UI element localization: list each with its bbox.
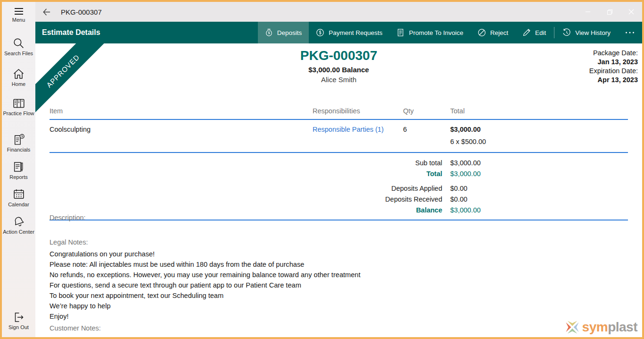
- action-label: Edit: [535, 29, 546, 36]
- page-title: Estimate Details: [35, 22, 100, 43]
- pencil-icon: [522, 28, 531, 37]
- sidebar-item-label: Menu: [2, 17, 35, 23]
- package-date-value: Jan 13, 2023: [589, 58, 638, 67]
- sidebar-item-label: Search Files: [2, 51, 35, 57]
- sidebar-item-label: Sign Out: [2, 324, 35, 331]
- symplast-mark-icon: [564, 319, 580, 335]
- table-header: Item Responsibilities Qty Total: [50, 107, 628, 120]
- action-label: Promote To Invoice: [409, 29, 463, 36]
- totals-underline: [50, 220, 628, 220]
- deposits-button[interactable]: Deposits: [258, 22, 309, 43]
- item-total: $3,000.00: [450, 126, 628, 133]
- sidebar-item-calendar[interactable]: Calendar: [2, 188, 35, 208]
- symplast-wordmark: symplast: [582, 320, 637, 335]
- more-options-button[interactable]: [618, 22, 642, 43]
- close-icon: [628, 9, 634, 15]
- balance-value: $3,000.00: [450, 206, 481, 215]
- item-name: Coolsculpting: [50, 126, 313, 133]
- sidebar-item-label: Calendar: [2, 202, 35, 208]
- deposits-received-value: $0.00: [450, 195, 467, 204]
- sidebar-item-search-files[interactable]: Search Files: [2, 37, 35, 57]
- responsible-parties-link[interactable]: Responsible Parties (1): [313, 126, 384, 133]
- sidebar-item-financials[interactable]: Financials: [2, 133, 35, 153]
- report-pen-icon: [12, 161, 25, 173]
- window-title: PKG-000307: [61, 8, 102, 16]
- description-label: Description:: [50, 214, 86, 221]
- reject-button[interactable]: Reject: [471, 22, 515, 43]
- sidebar-item-home[interactable]: Home: [2, 68, 35, 87]
- subtotal-label: Sub total: [50, 159, 442, 168]
- subtotal-value: $3,000.00: [450, 159, 481, 168]
- sign-out-icon: [12, 311, 25, 323]
- promote-to-invoice-button[interactable]: Promote To Invoice: [389, 22, 470, 43]
- legal-line: Please note: All injectables must be use…: [50, 259, 361, 270]
- financial-document-icon: [12, 133, 25, 146]
- expiration-date-value: Apr 13, 2023: [589, 76, 638, 85]
- window-controls: [577, 2, 642, 22]
- item-qty: 6: [403, 126, 450, 133]
- col-total: Total: [450, 107, 628, 115]
- legal-line: No refunds, no exceptions. However, you …: [50, 270, 361, 280]
- totals-section: Sub total $3,000.00 Total $3,000.00 Depo…: [50, 153, 628, 220]
- minimize-button[interactable]: [577, 2, 599, 22]
- sidebar-item-label: Home: [2, 81, 35, 87]
- history-clock-icon: [562, 28, 571, 37]
- money-bag-icon: [265, 28, 273, 37]
- invoice-icon: [396, 28, 405, 37]
- deposits-received-row: Deposits Received $0.00: [50, 195, 628, 204]
- sidebar-item-sign-out[interactable]: Sign Out: [2, 311, 35, 331]
- estimate-content: APPROVED PKG-000307 $3,000.00 Balance Al…: [35, 43, 642, 337]
- total-label: Total: [50, 170, 442, 178]
- edit-button[interactable]: Edit: [515, 22, 553, 43]
- col-qty: Qty: [403, 107, 450, 115]
- dollar-circle-icon: [316, 28, 324, 37]
- deposits-applied-label: Deposits Applied: [50, 184, 442, 193]
- deposits-applied-value: $0.00: [450, 184, 467, 193]
- date-panel: Package Date: Jan 13, 2023 Expiration Da…: [589, 49, 638, 85]
- sidebar-item-action-center[interactable]: Action Center: [2, 215, 35, 235]
- col-responsibilities: Responsibilities: [313, 107, 403, 115]
- sidebar: Menu Search Files Home Practice Flow Fin…: [2, 2, 35, 337]
- prohibit-icon: [478, 28, 486, 37]
- patient-name: Alice Smith: [35, 76, 642, 84]
- legal-line: We’re happy to help: [50, 301, 361, 311]
- kanban-board-icon: [12, 97, 25, 110]
- deposits-applied-row: Deposits Applied $0.00: [50, 184, 628, 193]
- action-label: Reject: [490, 29, 508, 36]
- payment-requests-button[interactable]: Payment Requests: [309, 22, 389, 43]
- bell-icon: [10, 213, 27, 229]
- search-icon: [12, 37, 25, 50]
- sidebar-item-reports[interactable]: Reports: [2, 161, 35, 180]
- item-price-breakdown: 6 x $500.00: [50, 133, 628, 153]
- logo-sym: sym: [582, 320, 608, 334]
- back-button[interactable]: [35, 2, 57, 22]
- sidebar-item-menu[interactable]: Menu: [2, 7, 35, 23]
- estimate-header-bar: Estimate Details Deposits Payment Reques…: [35, 22, 642, 43]
- header-actions: Deposits Payment Requests Promote To Inv…: [258, 22, 642, 43]
- arrow-left-icon: [42, 8, 51, 17]
- total-value: $3,000.00: [450, 170, 481, 178]
- legal-notes-label: Legal Notes:: [50, 238, 88, 246]
- action-divider: [554, 27, 554, 38]
- sidebar-item-label: Practice Flow: [2, 110, 35, 117]
- minimize-icon: [585, 9, 591, 15]
- balance-label: Balance: [50, 206, 442, 215]
- logo-plast: plast: [608, 320, 637, 334]
- titlebar: PKG-000307: [35, 2, 642, 22]
- sidebar-item-label: Reports: [2, 174, 35, 180]
- restore-icon: [607, 9, 613, 15]
- package-date-label: Package Date:: [589, 49, 638, 58]
- package-id: PKG-000307: [35, 48, 642, 63]
- action-label: Payment Requests: [329, 29, 382, 36]
- close-button[interactable]: [620, 2, 642, 22]
- sidebar-item-practice-flow[interactable]: Practice Flow: [2, 97, 35, 117]
- totals-gap: [50, 180, 628, 184]
- app-window: PKG-000307 Menu Search Files Home: [0, 0, 644, 339]
- view-history-button[interactable]: View History: [555, 22, 618, 43]
- home-icon: [12, 68, 25, 80]
- table-row: Coolsculpting Responsible Parties (1) 6 …: [50, 120, 628, 133]
- restore-button[interactable]: [599, 2, 620, 22]
- legal-line: For questions, send a secure text throug…: [50, 280, 361, 290]
- balance-line: $3,000.00 Balance: [35, 66, 642, 74]
- legal-notes-text: Congratulations on your purchase! Please…: [50, 249, 361, 322]
